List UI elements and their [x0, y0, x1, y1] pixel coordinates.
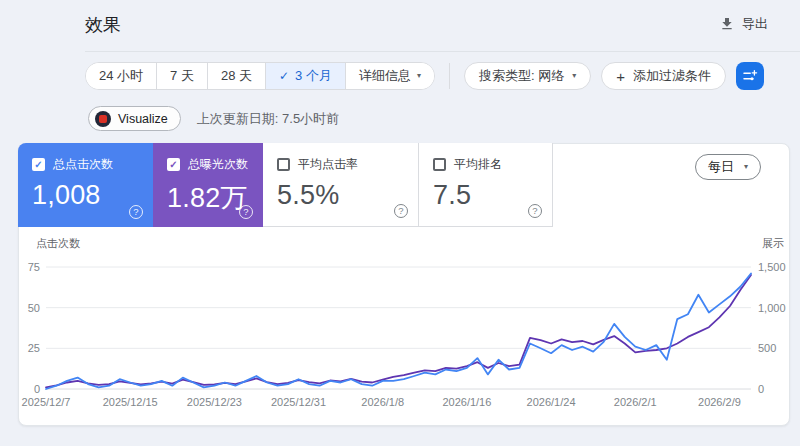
metric-label: 总曝光次数: [188, 156, 248, 173]
visualize-button[interactable]: Visualize: [88, 106, 181, 131]
svg-text:2026/1/24: 2026/1/24: [527, 396, 576, 408]
svg-text:75: 75: [28, 261, 40, 273]
performance-chart[interactable]: 751,500501,00025500002025/12/72025/12/15…: [19, 231, 789, 426]
tab-3m[interactable]: ✓ 3 个月: [266, 63, 346, 89]
svg-text:1,500: 1,500: [758, 261, 786, 273]
checkbox-checked-icon[interactable]: ✓: [167, 158, 180, 171]
metrics-panel: ✓ 总点击次数 1,008 ? ✓ 总曝光次数 1.82万 ? 平均点击率 5.…: [18, 143, 790, 426]
metric-value: 7.5: [433, 180, 540, 211]
granularity-dropdown[interactable]: 每日 ▾: [695, 154, 761, 180]
visualize-row: Visualize 上次更新日期: 7.5小时前: [88, 106, 339, 131]
chevron-down-icon: ▾: [417, 72, 421, 80]
svg-text:点击次数: 点击次数: [36, 237, 80, 249]
header-divider: [85, 51, 800, 52]
tab-24h[interactable]: 24 小时: [86, 63, 157, 89]
tab-28d[interactable]: 28 天: [208, 63, 266, 89]
tab-details-label: 详细信息: [359, 67, 411, 85]
date-range-control: 24 小时 7 天 28 天 ✓ 3 个月 详细信息 ▾: [85, 62, 435, 90]
search-type-label: 搜索类型: 网络: [479, 67, 564, 85]
tab-7d-label: 7 天: [170, 67, 194, 85]
tab-24h-label: 24 小时: [99, 67, 143, 85]
svg-text:2025/12/7: 2025/12/7: [22, 396, 71, 408]
page-title: 效果: [85, 13, 121, 37]
svg-text:50: 50: [28, 302, 40, 314]
checkbox-checked-icon[interactable]: ✓: [32, 158, 45, 171]
help-icon[interactable]: ?: [239, 205, 253, 219]
svg-text:25: 25: [28, 342, 40, 354]
download-icon: [719, 16, 735, 32]
tab-28d-label: 28 天: [221, 67, 252, 85]
help-icon[interactable]: ?: [129, 205, 143, 219]
visualize-logo-icon: [95, 111, 111, 127]
svg-text:0: 0: [34, 383, 40, 395]
visualize-label: Visualize: [118, 112, 168, 126]
svg-text:2026/1/8: 2026/1/8: [361, 396, 404, 408]
help-icon[interactable]: ?: [394, 204, 408, 218]
tab-7d[interactable]: 7 天: [157, 63, 208, 89]
performance-chart-svg: 751,500501,00025500002025/12/72025/12/15…: [19, 231, 789, 426]
export-button[interactable]: 导出: [719, 15, 768, 33]
svg-text:2025/12/15: 2025/12/15: [103, 396, 158, 408]
search-type-filter[interactable]: 搜索类型: 网络 ▾: [464, 62, 591, 90]
metric-card-head: ✓ 总点击次数: [32, 156, 141, 173]
metric-cards-row: ✓ 总点击次数 1,008 ? ✓ 总曝光次数 1.82万 ? 平均点击率 5.…: [18, 143, 553, 227]
last-updated-text: 上次更新日期: 7.5小时前: [197, 110, 339, 128]
checkbox-unchecked-icon[interactable]: [277, 158, 290, 171]
plus-icon: +: [616, 69, 625, 84]
granularity-label: 每日: [708, 158, 734, 176]
metric-card-clicks[interactable]: ✓ 总点击次数 1,008 ?: [18, 143, 153, 227]
filter-group-divider: [449, 63, 450, 89]
chevron-down-icon: ▾: [572, 72, 576, 80]
metric-card-head: ✓ 总曝光次数: [167, 156, 251, 173]
metric-label: 平均排名: [454, 156, 502, 173]
check-icon: ✓: [279, 69, 289, 83]
chevron-down-icon: ▾: [744, 163, 748, 171]
svg-text:1,000: 1,000: [758, 302, 786, 314]
metric-card-position[interactable]: 平均排名 7.5 ?: [419, 143, 553, 227]
svg-text:2025/12/31: 2025/12/31: [271, 396, 326, 408]
metric-value: 5.5%: [277, 180, 406, 211]
filter-settings-button[interactable]: [736, 62, 764, 90]
sliders-icon: [742, 68, 758, 84]
add-filter-label: 添加过滤条件: [633, 67, 711, 85]
metric-card-impressions[interactable]: ✓ 总曝光次数 1.82万 ?: [153, 143, 263, 227]
metric-card-ctr[interactable]: 平均点击率 5.5% ?: [263, 143, 419, 227]
svg-text:2025/12/23: 2025/12/23: [187, 396, 242, 408]
metric-value: 1,008: [32, 180, 141, 211]
metric-card-head: 平均点击率: [277, 156, 406, 173]
tab-details[interactable]: 详细信息 ▾: [346, 63, 434, 89]
svg-text:展示: 展示: [762, 237, 784, 249]
checkbox-unchecked-icon[interactable]: [433, 158, 446, 171]
svg-text:2026/1/16: 2026/1/16: [442, 396, 491, 408]
svg-text:0: 0: [758, 383, 764, 395]
add-filter-button[interactable]: + 添加过滤条件: [601, 62, 726, 90]
metric-label: 总点击次数: [53, 156, 113, 173]
help-icon[interactable]: ?: [528, 204, 542, 218]
metric-card-head: 平均排名: [433, 156, 540, 173]
metric-label: 平均点击率: [298, 156, 358, 173]
filter-row: 24 小时 7 天 28 天 ✓ 3 个月 详细信息 ▾ 搜索类型: 网络 ▾ …: [85, 62, 764, 90]
svg-text:2026/2/1: 2026/2/1: [614, 396, 657, 408]
export-label: 导出: [742, 15, 768, 33]
svg-text:500: 500: [758, 342, 776, 354]
svg-text:2026/2/9: 2026/2/9: [698, 396, 741, 408]
tab-3m-label: 3 个月: [295, 67, 332, 85]
